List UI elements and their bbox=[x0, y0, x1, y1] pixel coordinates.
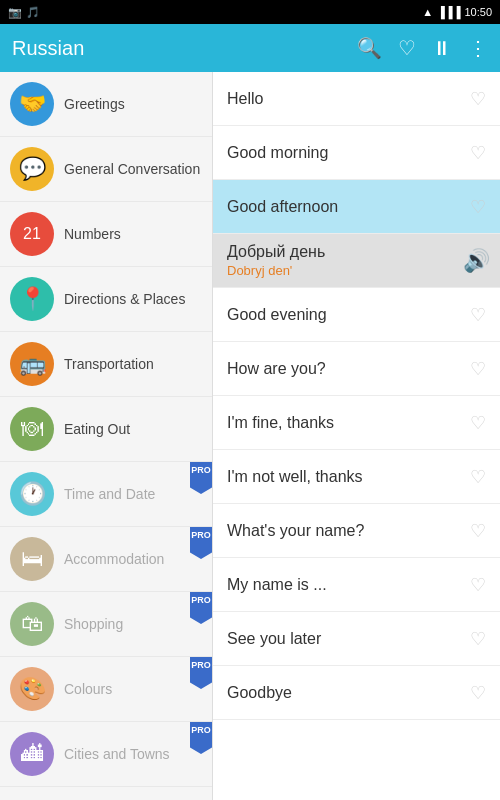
sidebar-label-shopping: Shopping bbox=[64, 616, 123, 633]
toolbar-actions: 🔍 ♡ ⏸ ⋮ bbox=[357, 36, 488, 60]
phrase-text-not-well: I'm not well, thanks bbox=[227, 468, 462, 486]
phrase-hello[interactable]: Hello ♡ bbox=[213, 72, 500, 126]
translation-text: Добрый день bbox=[227, 243, 325, 261]
sidebar-label-eating: Eating Out bbox=[64, 421, 130, 438]
general-icon: 💬 bbox=[10, 147, 54, 191]
sidebar-item-shopping[interactable]: 🛍 Shopping PRO bbox=[0, 592, 212, 657]
sidebar-item-numbers[interactable]: 21 Numbers bbox=[0, 202, 212, 267]
phrase-text-my-name: My name is ... bbox=[227, 576, 462, 594]
phrase-text-how-are-you: How are you? bbox=[227, 360, 462, 378]
sidebar-item-general[interactable]: 💬 General Conversation bbox=[0, 137, 212, 202]
accommodation-icon: 🛏 bbox=[10, 537, 54, 581]
phrase-text-good-afternoon: Good afternoon bbox=[227, 198, 462, 216]
phrase-your-name[interactable]: What's your name? ♡ bbox=[213, 504, 500, 558]
sidebar-label-time: Time and Date bbox=[64, 486, 155, 503]
sidebar-label-colours: Colours bbox=[64, 681, 112, 698]
sidebar-label-directions: Directions & Places bbox=[64, 291, 185, 308]
status-bar: 📷🎵 ▲ ▐▐▐ 10:50 bbox=[0, 0, 500, 24]
favorite-my-name[interactable]: ♡ bbox=[470, 574, 486, 596]
time-icon: 🕐 bbox=[10, 472, 54, 516]
phrase-goodbye[interactable]: Goodbye ♡ bbox=[213, 666, 500, 720]
phrase-list: Hello ♡ Good morning ♡ Good afternoon ♡ … bbox=[213, 72, 500, 800]
phrase-text-hello: Hello bbox=[227, 90, 462, 108]
phrase-see-later[interactable]: See you later ♡ bbox=[213, 612, 500, 666]
phrase-text-see-later: See you later bbox=[227, 630, 462, 648]
directions-icon: 📍 bbox=[10, 277, 54, 321]
search-button[interactable]: 🔍 bbox=[357, 36, 382, 60]
sidebar-item-transportation[interactable]: 🚌 Transportation bbox=[0, 332, 212, 397]
numbers-icon: 21 bbox=[10, 212, 54, 256]
sidebar-item-colours[interactable]: 🎨 Colours PRO bbox=[0, 657, 212, 722]
pro-badge-time: PRO bbox=[190, 462, 212, 494]
phrase-good-afternoon[interactable]: Good afternoon ♡ bbox=[213, 180, 500, 234]
app-title: Russian bbox=[12, 37, 345, 60]
pro-badge-accommodation: PRO bbox=[190, 527, 212, 559]
status-left: 📷🎵 bbox=[8, 6, 40, 19]
sidebar-label-transportation: Transportation bbox=[64, 356, 154, 373]
phrase-not-well[interactable]: I'm not well, thanks ♡ bbox=[213, 450, 500, 504]
favorite-your-name[interactable]: ♡ bbox=[470, 520, 486, 542]
favorite-fine-thanks[interactable]: ♡ bbox=[470, 412, 486, 434]
sidebar-item-accommodation[interactable]: 🛏 Accommodation PRO bbox=[0, 527, 212, 592]
transportation-icon: 🚌 bbox=[10, 342, 54, 386]
favorite-not-well[interactable]: ♡ bbox=[470, 466, 486, 488]
pause-button[interactable]: ⏸ bbox=[432, 37, 452, 60]
phrase-text-goodbye: Goodbye bbox=[227, 684, 462, 702]
speaker-icon[interactable]: 🔊 bbox=[463, 248, 490, 274]
greetings-icon: 🤝 bbox=[10, 82, 54, 126]
sidebar-item-directions[interactable]: 📍 Directions & Places bbox=[0, 267, 212, 332]
status-right: ▲ ▐▐▐ 10:50 bbox=[422, 6, 492, 18]
favorite-good-afternoon[interactable]: ♡ bbox=[470, 196, 486, 218]
translation-phonetic: Dobryj den' bbox=[227, 263, 292, 278]
phrase-translation[interactable]: Добрый день Dobryj den' 🔊 bbox=[213, 234, 500, 288]
phrase-text-your-name: What's your name? bbox=[227, 522, 462, 540]
favorite-how-are-you[interactable]: ♡ bbox=[470, 358, 486, 380]
sidebar: 🤝 Greetings 💬 General Conversation 21 Nu… bbox=[0, 72, 213, 800]
favorite-goodbye[interactable]: ♡ bbox=[470, 682, 486, 704]
sidebar-label-general: General Conversation bbox=[64, 161, 200, 178]
eating-icon: 🍽 bbox=[10, 407, 54, 451]
sidebar-label-accommodation: Accommodation bbox=[64, 551, 164, 568]
pro-badge-shopping: PRO bbox=[190, 592, 212, 624]
sidebar-label-cities: Cities and Towns bbox=[64, 746, 170, 763]
main-layout: 🤝 Greetings 💬 General Conversation 21 Nu… bbox=[0, 72, 500, 800]
favorite-good-evening[interactable]: ♡ bbox=[470, 304, 486, 326]
shopping-icon: 🛍 bbox=[10, 602, 54, 646]
signal-icon: ▐▐▐ bbox=[437, 6, 460, 18]
colours-icon: 🎨 bbox=[10, 667, 54, 711]
favorite-see-later[interactable]: ♡ bbox=[470, 628, 486, 650]
sidebar-label-greetings: Greetings bbox=[64, 96, 125, 113]
more-button[interactable]: ⋮ bbox=[468, 36, 488, 60]
toolbar: Russian 🔍 ♡ ⏸ ⋮ bbox=[0, 24, 500, 72]
favorite-good-morning[interactable]: ♡ bbox=[470, 142, 486, 164]
favorite-hello[interactable]: ♡ bbox=[470, 88, 486, 110]
sidebar-item-greetings[interactable]: 🤝 Greetings bbox=[0, 72, 212, 137]
phrase-text-good-morning: Good morning bbox=[227, 144, 462, 162]
pro-badge-colours: PRO bbox=[190, 657, 212, 689]
phrase-good-evening[interactable]: Good evening ♡ bbox=[213, 288, 500, 342]
sidebar-item-eating[interactable]: 🍽 Eating Out bbox=[0, 397, 212, 462]
sidebar-item-time[interactable]: 🕐 Time and Date PRO bbox=[0, 462, 212, 527]
pro-badge-cities: PRO bbox=[190, 722, 212, 754]
phrase-text-good-evening: Good evening bbox=[227, 306, 462, 324]
favorites-button[interactable]: ♡ bbox=[398, 36, 416, 60]
phrase-text-fine-thanks: I'm fine, thanks bbox=[227, 414, 462, 432]
phrase-how-are-you[interactable]: How are you? ♡ bbox=[213, 342, 500, 396]
phrase-fine-thanks[interactable]: I'm fine, thanks ♡ bbox=[213, 396, 500, 450]
phrase-my-name[interactable]: My name is ... ♡ bbox=[213, 558, 500, 612]
wifi-icon: ▲ bbox=[422, 6, 433, 18]
sidebar-item-cities[interactable]: 🏙 Cities and Towns PRO bbox=[0, 722, 212, 787]
phrase-good-morning[interactable]: Good morning ♡ bbox=[213, 126, 500, 180]
sidebar-label-numbers: Numbers bbox=[64, 226, 121, 243]
cities-icon: 🏙 bbox=[10, 732, 54, 776]
time-display: 10:50 bbox=[464, 6, 492, 18]
